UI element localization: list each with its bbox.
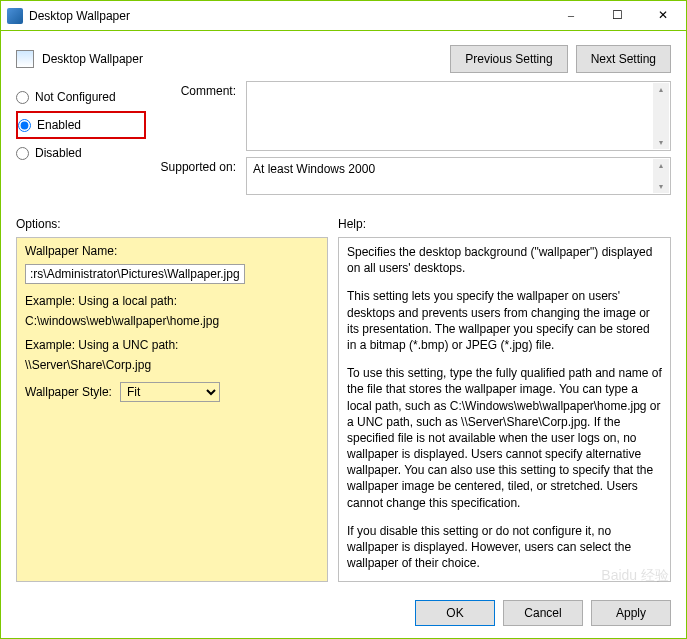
scroll-up-icon: ▴	[659, 161, 663, 170]
radio-label: Not Configured	[35, 90, 116, 104]
supported-on-text: At least Windows 2000	[253, 162, 375, 176]
footer: OK Cancel Apply	[1, 590, 686, 638]
maximize-button[interactable]: ☐	[594, 1, 640, 30]
comment-label: Comment:	[146, 81, 246, 151]
help-label: Help:	[338, 217, 366, 231]
close-button[interactable]: ✕	[640, 1, 686, 30]
help-pane[interactable]: Specifies the desktop background ("wallp…	[338, 237, 671, 582]
example-unc-label: Example: Using a UNC path:	[25, 338, 319, 352]
app-icon	[7, 8, 23, 24]
example-local-value: C:\windows\web\wallpaper\home.jpg	[25, 314, 319, 328]
help-paragraph: If you disable this setting or do not co…	[347, 523, 662, 572]
wallpaper-name-input[interactable]	[25, 264, 245, 284]
minimize-button[interactable]: –	[548, 1, 594, 30]
window-title: Desktop Wallpaper	[29, 9, 548, 23]
radio-disabled-input[interactable]	[16, 147, 29, 160]
radio-enabled-input[interactable]	[18, 119, 31, 132]
ok-button[interactable]: OK	[415, 600, 495, 626]
supported-label: Supported on:	[146, 157, 246, 195]
comment-textarea[interactable]: ▴▾	[246, 81, 671, 151]
titlebar: Desktop Wallpaper – ☐ ✕	[1, 1, 686, 31]
radio-not-configured[interactable]: Not Configured	[16, 83, 146, 111]
example-unc-value: \\Server\Share\Corp.jpg	[25, 358, 319, 372]
scrollbar[interactable]: ▴▾	[653, 83, 669, 149]
wallpaper-style-label: Wallpaper Style:	[25, 385, 112, 399]
example-local-label: Example: Using a local path:	[25, 294, 319, 308]
state-radio-group: Not Configured Enabled Disabled	[16, 81, 146, 201]
help-paragraph: Specifies the desktop background ("wallp…	[347, 244, 662, 276]
radio-label: Disabled	[35, 146, 82, 160]
policy-icon	[16, 50, 34, 68]
scroll-down-icon: ▾	[659, 182, 663, 191]
apply-button[interactable]: Apply	[591, 600, 671, 626]
supported-on-box: At least Windows 2000 ▴▾	[246, 157, 671, 195]
dialog-window: Desktop Wallpaper – ☐ ✕ Desktop Wallpape…	[0, 0, 687, 639]
scrollbar[interactable]: ▴▾	[653, 159, 669, 193]
wallpaper-style-select[interactable]: Fit	[120, 382, 220, 402]
options-pane: Wallpaper Name: Example: Using a local p…	[16, 237, 328, 582]
radio-not-configured-input[interactable]	[16, 91, 29, 104]
options-label: Options:	[16, 217, 338, 231]
radio-enabled[interactable]: Enabled	[16, 111, 146, 139]
policy-title: Desktop Wallpaper	[42, 52, 442, 66]
cancel-button[interactable]: Cancel	[503, 600, 583, 626]
help-paragraph: To use this setting, type the fully qual…	[347, 365, 662, 511]
previous-setting-button[interactable]: Previous Setting	[450, 45, 567, 73]
header: Desktop Wallpaper Previous Setting Next …	[1, 31, 686, 81]
help-paragraph: This setting lets you specify the wallpa…	[347, 288, 662, 353]
wallpaper-name-label: Wallpaper Name:	[25, 244, 319, 258]
scroll-up-icon: ▴	[659, 85, 663, 94]
radio-label: Enabled	[37, 118, 81, 132]
radio-disabled[interactable]: Disabled	[16, 139, 146, 167]
scroll-down-icon: ▾	[659, 138, 663, 147]
next-setting-button[interactable]: Next Setting	[576, 45, 671, 73]
